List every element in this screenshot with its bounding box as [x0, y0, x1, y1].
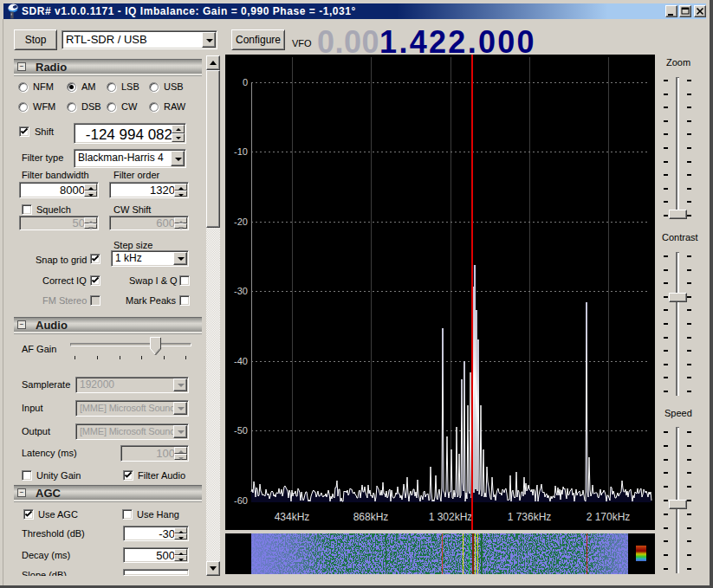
svg-text:-60: -60 [234, 495, 248, 506]
svg-text:868kHz: 868kHz [353, 511, 389, 523]
svg-text:1 736kHz: 1 736kHz [508, 511, 552, 523]
svg-text:-30: -30 [234, 286, 248, 296]
svg-text:0: 0 [243, 77, 248, 87]
svg-text:2 170kHz: 2 170kHz [587, 511, 631, 523]
svg-text:1 302kHz: 1 302kHz [429, 511, 473, 523]
svg-text:-10: -10 [234, 146, 248, 157]
svg-text:434kHz: 434kHz [275, 511, 310, 523]
svg-text:-50: -50 [234, 425, 248, 436]
svg-text:-40: -40 [234, 356, 248, 366]
svg-text:-20: -20 [234, 216, 248, 227]
